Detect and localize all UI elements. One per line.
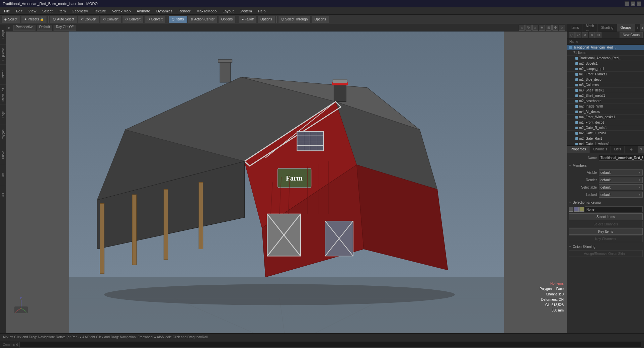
viewport-canvas[interactable]: Farm: [6, 31, 567, 333]
options3-button[interactable]: Options: [311, 16, 329, 23]
items-button[interactable]: ⬡ Items: [169, 16, 187, 23]
command-input[interactable]: [19, 342, 641, 348]
maximize-button[interactable]: □: [631, 1, 635, 6]
close-button[interactable]: ×: [637, 1, 641, 6]
vp-fit-icon[interactable]: ⊞: [546, 25, 552, 31]
selectable-dropdown[interactable]: default ▼: [599, 184, 643, 190]
members-section[interactable]: Members: [569, 162, 643, 168]
tab-groups[interactable]: Groups: [617, 24, 635, 31]
tree-item-6[interactable]: m1_Side_deco: [567, 77, 644, 82]
left-tab-curve[interactable]: Curve: [0, 145, 6, 165]
locked-dropdown[interactable]: default ▼: [599, 192, 643, 198]
color-swatch-2[interactable]: [574, 207, 579, 212]
vp-collapse-icon[interactable]: ▶: [8, 26, 11, 29]
tree-item-18[interactable]: m4_Gate_L_whites1: [567, 141, 644, 145]
tree-item-12[interactable]: m4_All_desks: [567, 109, 644, 115]
tree-item-9[interactable]: m2_Shelf_metal1: [567, 93, 644, 98]
menu-texture[interactable]: Texture: [91, 8, 109, 14]
tree-item-root[interactable]: Traditional_American_Red_...: [567, 45, 644, 50]
group-icon-btn-1[interactable]: ⬡: [569, 32, 575, 38]
visible-dropdown[interactable]: default ▼: [599, 169, 643, 176]
tab-shading[interactable]: Shading: [598, 24, 617, 31]
auto-select-button[interactable]: ⬡ Auto Select: [50, 16, 77, 23]
tree-item-16[interactable]: m2_Gate_L_rolls1: [567, 131, 644, 136]
select-channels-button[interactable]: Select Channels: [569, 221, 643, 227]
vp-rotate-icon[interactable]: ↻: [526, 25, 532, 31]
action-center-button[interactable]: ⊕ Action Center: [187, 16, 218, 23]
tree-item-8[interactable]: m3_Shelf_desk1: [567, 88, 644, 93]
menu-animate[interactable]: Animate: [134, 8, 153, 14]
ray-gl-button[interactable]: Ray GL: Off: [54, 25, 76, 31]
menu-maxtomodo[interactable]: MaxToModo: [194, 8, 219, 14]
menu-dynamics[interactable]: Dynamics: [154, 8, 175, 14]
tree-item-count[interactable]: 71 Items: [567, 50, 644, 56]
menu-item[interactable]: Item: [56, 8, 68, 14]
tree-item-7[interactable]: m3_Columns: [567, 82, 644, 88]
left-tab-polygon[interactable]: Polygon: [0, 125, 6, 145]
menu-layout[interactable]: Layout: [220, 8, 236, 14]
falloff-button[interactable]: ● Falloff: [239, 16, 257, 23]
tree-item-15[interactable]: m2_Gate_R_rolls1: [567, 125, 644, 131]
tree-item-10[interactable]: m2_baseboard: [567, 98, 644, 104]
convert2-button[interactable]: ↺ Convert: [100, 16, 122, 23]
options2-button[interactable]: Options: [257, 16, 275, 23]
window-controls[interactable]: _ □ ×: [625, 1, 641, 6]
group-icon-btn-3[interactable]: ↺: [582, 32, 588, 38]
menu-render[interactable]: Render: [176, 8, 193, 14]
tab-add-button[interactable]: +: [635, 24, 640, 31]
vp-close-icon[interactable]: ✕: [559, 25, 565, 31]
left-tab-3d[interactable]: 3D: [0, 185, 6, 205]
presets-button[interactable]: ✦ Presets 🔒: [21, 16, 47, 23]
tree-item-17[interactable]: m2_Gate_Rail1: [567, 136, 644, 141]
key-items-button[interactable]: Key Items: [569, 228, 643, 235]
sculpt-button[interactable]: ◈ Sculpt: [1, 16, 20, 23]
tree-list[interactable]: Traditional_American_Red_... 71 Items Tr…: [567, 45, 644, 145]
vp-home-icon[interactable]: ⌂: [519, 25, 525, 31]
tree-item-3[interactable]: m2_Socets1: [567, 61, 644, 66]
props-tab-lists[interactable]: Lists: [611, 146, 625, 153]
perspective-button[interactable]: Perspective: [13, 25, 35, 31]
key-channels-button[interactable]: Key Channels: [569, 235, 643, 242]
tree-item-2[interactable]: Traditional_American_Red_...: [567, 56, 644, 61]
menu-vertex-map[interactable]: Vertex Map: [109, 8, 134, 14]
props-tab-properties[interactable]: Properties: [567, 146, 590, 153]
render-dropdown[interactable]: default ▼: [599, 177, 643, 183]
left-tab-uv[interactable]: UV: [0, 165, 6, 185]
tree-item-14[interactable]: m1_Front_deco1: [567, 120, 644, 125]
vp-zoom-icon[interactable]: ⌕: [532, 25, 538, 31]
select-through-button[interactable]: ⬡ Select Through: [278, 16, 311, 23]
menu-view[interactable]: View: [26, 8, 39, 14]
left-tab-mirror[interactable]: Mirror: [0, 64, 6, 84]
tree-item-4[interactable]: m2_Lamps_rep1: [567, 66, 644, 72]
vp-pan-icon[interactable]: ✥: [539, 25, 545, 31]
tab-items[interactable]: Items: [567, 24, 582, 31]
shading-button[interactable]: Default: [37, 25, 52, 31]
convert3-button[interactable]: ↺ Convert: [122, 16, 144, 23]
menu-help[interactable]: Help: [255, 8, 268, 14]
menu-select[interactable]: Select: [39, 8, 55, 14]
menu-geometry[interactable]: Geometry: [69, 8, 90, 14]
color-swatch-1[interactable]: [569, 207, 573, 212]
new-group-button[interactable]: New Group: [620, 32, 643, 38]
groups-side-indicator[interactable]: G: [638, 146, 644, 153]
selection-keying-section[interactable]: Selection & Keying: [569, 199, 643, 205]
convert4-button[interactable]: ↺ Convert: [144, 16, 166, 23]
convert1-button[interactable]: ↺ Convert: [78, 16, 99, 23]
left-tab-duplicate[interactable]: Duplicate: [0, 44, 6, 64]
menu-edit[interactable]: Edit: [13, 8, 25, 14]
left-tab-sculpt[interactable]: Sculpt: [0, 24, 6, 44]
tree-item-13[interactable]: m4_Front_Wins_desks1: [567, 115, 644, 120]
group-icon-btn-5[interactable]: ⚙: [595, 32, 601, 38]
options1-button[interactable]: Options: [218, 16, 236, 23]
left-tab-edge[interactable]: Edge: [0, 105, 6, 125]
tab-mesh[interactable]: Mesh ...: [582, 24, 597, 31]
name-input[interactable]: [599, 155, 644, 161]
group-icon-btn-2[interactable]: ↩: [575, 32, 581, 38]
tree-item-5[interactable]: m1_Front_Planks1: [567, 72, 644, 77]
props-tab-add-button[interactable]: +: [628, 146, 635, 153]
minimize-button[interactable]: _: [625, 1, 629, 6]
left-tab-meshedit[interactable]: Mesh Edit: [0, 84, 6, 105]
color-swatch-3[interactable]: [579, 207, 584, 212]
menu-file[interactable]: File: [1, 8, 13, 14]
tree-item-11[interactable]: m2_Inside_Wall: [567, 104, 644, 109]
